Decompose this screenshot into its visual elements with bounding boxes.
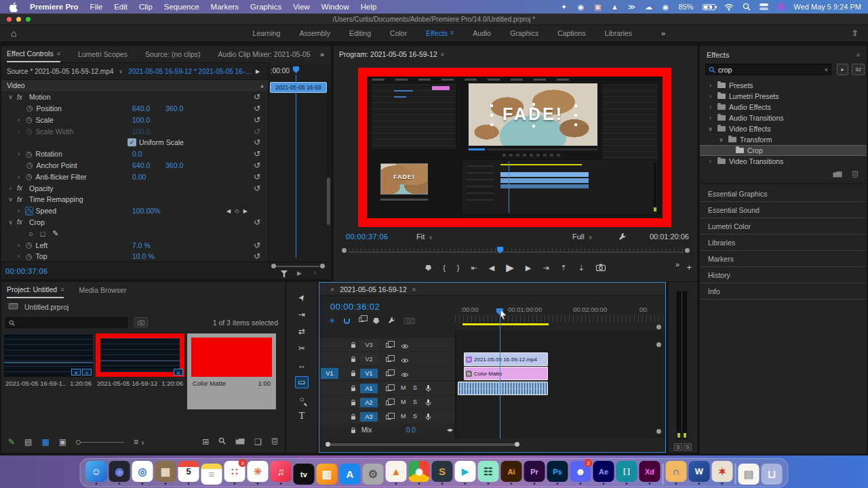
param-value[interactable]: 0.00: [132, 173, 146, 181]
vscroll-handle-bottom[interactable]: [656, 429, 661, 434]
lock-icon[interactable]: [351, 356, 356, 364]
timeline-hscrollbar[interactable]: [329, 443, 517, 446]
sync-lock-icon[interactable]: [386, 401, 391, 405]
twirl-icon[interactable]: ›: [707, 158, 714, 165]
twirl-icon[interactable]: ›: [707, 93, 714, 100]
dock-app-icon[interactable]: ◉: [409, 461, 430, 482]
zoom-tool[interactable]: ○: [295, 393, 309, 405]
new-bin-icon[interactable]: [235, 437, 245, 447]
tab-audio-clip-mixer[interactable]: Audio Clip Mixer: 2021-05-05: [218, 46, 311, 62]
export-icon[interactable]: ↑: [313, 269, 317, 277]
dock-app-icon[interactable]: ∩: [666, 461, 687, 482]
hscroll-handle-right[interactable]: [515, 442, 519, 447]
solo-button[interactable]: S: [413, 399, 417, 405]
icon-view-icon[interactable]: ▦: [41, 437, 49, 447]
ellipse-mask-icon[interactable]: ○: [28, 230, 33, 238]
zoom-window-button[interactable]: [26, 17, 31, 22]
dock-trash[interactable]: ⊔: [762, 464, 783, 485]
workspace-overflow-chevron[interactable]: »: [661, 29, 665, 37]
lock-icon[interactable]: [351, 413, 356, 422]
dock-app-icon[interactable]: A: [340, 464, 361, 485]
ripple-edit-tool[interactable]: ⇄: [295, 325, 309, 338]
project-search-box[interactable]: [5, 317, 127, 328]
timeline-content[interactable]: fx 2021-05-05 16-59-12.mp4 fx Color Matt…: [455, 330, 665, 439]
dock-app-store[interactable]: A: [340, 464, 361, 485]
stopwatch-icon[interactable]: ◷: [25, 172, 33, 181]
sort-icon[interactable]: ≡ ∨: [134, 437, 144, 447]
dock-discord[interactable]: ☻ 2 •: [570, 461, 591, 485]
lock-icon[interactable]: [351, 385, 356, 393]
stopwatch-icon[interactable]: ◷: [25, 127, 33, 136]
motion-effect-row[interactable]: ∨ fx Motion ↺: [1, 92, 268, 103]
workspace-libraries[interactable]: Libraries: [605, 29, 632, 37]
menu-graphics[interactable]: Graphics: [250, 3, 281, 11]
tab-effect-controls[interactable]: Effect Controls≡: [7, 46, 60, 62]
reset-icon[interactable]: ↺: [254, 218, 260, 226]
dock-music[interactable]: ♫ •: [271, 461, 292, 485]
dock-app-icon[interactable]: [663, 464, 664, 485]
stopwatch-icon[interactable]: ◷: [25, 207, 33, 216]
collapse-icon[interactable]: ▲: [260, 83, 264, 88]
creative-cloud-icon[interactable]: ◉: [577, 3, 585, 12]
play-button[interactable]: ▶: [506, 262, 514, 274]
apple-icon[interactable]: [9, 2, 18, 12]
track-target-badge[interactable]: A3: [360, 412, 378, 422]
param-value[interactable]: 640.0: [132, 161, 150, 169]
dock-app-icon[interactable]: [ ]: [616, 461, 637, 482]
play-edit-icon[interactable]: ▶: [256, 68, 260, 75]
mic-icon[interactable]: [425, 384, 431, 394]
track-target-badge[interactable]: A1: [360, 384, 378, 393]
slip-tool[interactable]: ↔: [295, 359, 309, 371]
freeform-view-icon[interactable]: ▣: [59, 437, 66, 447]
reset-icon[interactable]: ↺: [254, 252, 260, 260]
twirl-icon[interactable]: ∨: [7, 94, 14, 100]
wifi-icon[interactable]: [724, 3, 734, 11]
lock-icon[interactable]: [351, 370, 356, 378]
mark-in-button[interactable]: {: [443, 264, 446, 272]
param-value[interactable]: 640.0: [132, 104, 150, 113]
mini-scroll-handle-right[interactable]: [320, 264, 325, 268]
tab-essential-graphics[interactable]: Essential Graphics: [700, 186, 867, 202]
tab-history[interactable]: History: [700, 267, 867, 283]
playback-resolution-select[interactable]: Full ∨: [572, 232, 593, 241]
track-header-a2[interactable]: A2 M S: [319, 396, 455, 409]
audio-clip[interactable]: [458, 382, 548, 395]
tab-lumetri-color[interactable]: Lumetri Color: [700, 218, 867, 235]
onedrive-cloud-icon[interactable]: ☁: [645, 3, 653, 12]
transport-overflow-chevron[interactable]: »: [675, 260, 679, 268]
crop-effect-row[interactable]: ∨ fx Crop ↺: [1, 217, 268, 228]
mute-button[interactable]: M: [401, 399, 406, 405]
solo-button[interactable]: S: [413, 413, 417, 420]
automate-to-sequence-icon[interactable]: ⊞: [202, 437, 209, 447]
solo-left-button[interactable]: S: [674, 443, 682, 451]
extract-button[interactable]: ⇣: [578, 264, 585, 272]
track-header-a3[interactable]: A3 M S: [319, 410, 455, 424]
dock-app-icon[interactable]: ✶: [712, 461, 733, 482]
accelerated-effects-badge[interactable]: ▸: [837, 64, 848, 75]
close-window-button[interactable]: [7, 17, 12, 22]
program-video-frame[interactable]: FADE! FADE!: [358, 68, 671, 227]
workspace-editing[interactable]: Editing: [349, 29, 371, 37]
dock-headphones-app[interactable]: ∩ •: [666, 461, 687, 485]
media-browser-tab[interactable]: Media Browser: [79, 282, 126, 298]
twirl-icon[interactable]: ∨: [707, 125, 714, 132]
timeline-ruler[interactable]: :00:00 00:01:00:00 00:02:00:00 00:: [455, 303, 665, 330]
track-target-badge[interactable]: V2: [360, 354, 378, 364]
clear-search-icon[interactable]: ×: [825, 66, 828, 73]
mini-clip-bar[interactable]: 2021-05-05 16-59: [270, 82, 327, 93]
mark-out-button[interactable]: }: [457, 264, 460, 272]
timeline-settings-wrench-icon[interactable]: [388, 317, 395, 325]
lift-button[interactable]: ⇡: [560, 264, 566, 272]
mini-playhead-line[interactable]: [296, 75, 296, 258]
captions-cc-icon[interactable]: CC: [404, 318, 415, 324]
dock-safari[interactable]: ◎ •: [132, 461, 153, 485]
trash-icon[interactable]: [271, 437, 278, 447]
fx-video-transitions[interactable]: › Video Transitions: [700, 156, 867, 167]
reset-icon[interactable]: ↺: [254, 127, 260, 136]
dock-app-icon[interactable]: Ai: [501, 461, 522, 482]
home-icon[interactable]: ⌂: [11, 28, 16, 39]
dock-app-icon[interactable]: Ae: [593, 461, 614, 482]
mini-scroll-handle-left[interactable]: [271, 264, 276, 268]
new-custom-bin-icon[interactable]: [833, 171, 842, 179]
zoom-slider[interactable]: [76, 440, 124, 445]
